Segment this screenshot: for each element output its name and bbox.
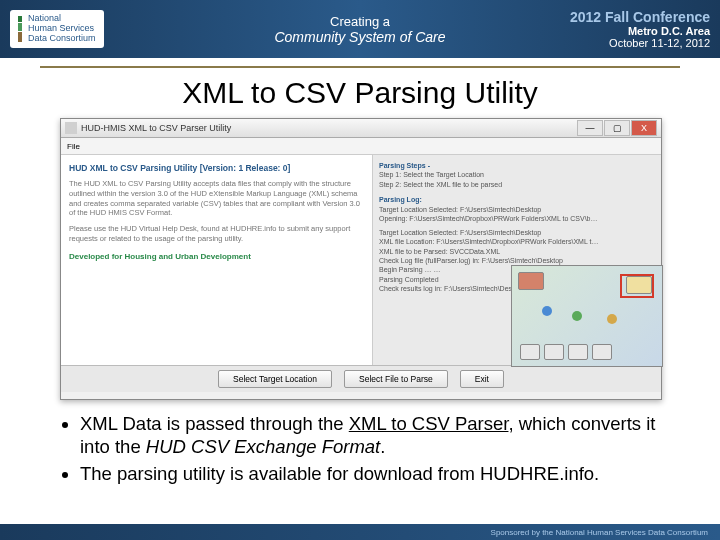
app-icon bbox=[65, 122, 77, 134]
diagram-box-icon bbox=[592, 344, 612, 360]
menu-file[interactable]: File bbox=[67, 142, 80, 151]
select-file-button[interactable]: Select File to Parse bbox=[344, 370, 448, 388]
steps-heading: Parsing Steps - bbox=[379, 161, 655, 170]
divider bbox=[40, 66, 680, 68]
bullet-1: XML Data is passed through the XML to CS… bbox=[80, 412, 680, 458]
minimize-button[interactable]: — bbox=[577, 120, 603, 136]
slide-title: XML to CSV Parsing Utility bbox=[0, 76, 720, 110]
log-line: Opening: F:\Users\Simtech\Dropbox\PRWork… bbox=[379, 214, 655, 223]
diagram-box-icon bbox=[520, 344, 540, 360]
desc-para-2: Please use the HUD Virtual Help Desk, fo… bbox=[69, 224, 364, 244]
log-line: Target Location Selected: F:\Users\Simte… bbox=[379, 205, 655, 214]
close-button[interactable]: X bbox=[631, 120, 657, 136]
diagram-box-icon bbox=[626, 276, 652, 294]
log-line: XML file Location: F:\Users\Simtech\Drop… bbox=[379, 237, 655, 246]
exit-button[interactable]: Exit bbox=[460, 370, 504, 388]
header-conference: 2012 Fall Conference Metro D.C. Area Oct… bbox=[570, 9, 710, 49]
info-pane: HUD XML to CSV Parsing Utility [Version:… bbox=[61, 155, 373, 365]
diagram-box-icon bbox=[544, 344, 564, 360]
log-pane: Parsing Steps - Step 1: Select the Targe… bbox=[373, 155, 661, 365]
diagram-node-icon bbox=[572, 311, 582, 321]
maximize-button[interactable]: ▢ bbox=[604, 120, 630, 136]
util-heading: HUD XML to CSV Parsing Utility [Version:… bbox=[69, 163, 364, 173]
window-title: HUD-HMIS XML to CSV Parser Utility bbox=[81, 123, 231, 133]
bullet-2: The parsing utility is available for dow… bbox=[80, 462, 680, 485]
desc-para-1: The HUD XML to CSV Parsing Utility accep… bbox=[69, 179, 364, 218]
diagram-node-icon bbox=[542, 306, 552, 316]
log-line: Target Location Selected: F:\Users\Simte… bbox=[379, 228, 655, 237]
step-1: Step 1: Select the Target Location bbox=[379, 170, 655, 179]
logo-bars-icon bbox=[18, 16, 22, 42]
bullet-list: XML Data is passed through the XML to CS… bbox=[40, 412, 680, 485]
step-2: Step 2: Select the XML file to be parsed bbox=[379, 180, 655, 189]
diagram-node-icon bbox=[607, 314, 617, 324]
developed-by: Developed for Housing and Urban Developm… bbox=[69, 252, 364, 261]
diagram-box-icon bbox=[568, 344, 588, 360]
button-row: Select Target Location Select File to Pa… bbox=[61, 365, 661, 392]
header-banner: National Human Services Data Consortium … bbox=[0, 0, 720, 58]
footer-bar: Sponsored by the National Human Services… bbox=[0, 524, 720, 540]
diagram-box-icon bbox=[518, 272, 544, 290]
window-titlebar: HUD-HMIS XML to CSV Parser Utility — ▢ X bbox=[61, 119, 661, 138]
flow-diagram bbox=[511, 265, 663, 367]
nhsdc-logo: National Human Services Data Consortium bbox=[10, 10, 104, 48]
log-line: Check Log file (fullParser.log) in: F:\U… bbox=[379, 256, 655, 265]
select-target-button[interactable]: Select Target Location bbox=[218, 370, 332, 388]
menu-bar: File bbox=[61, 138, 661, 155]
logo-text: National Human Services Data Consortium bbox=[28, 14, 96, 44]
log-heading: Parsing Log: bbox=[379, 195, 655, 204]
app-window: HUD-HMIS XML to CSV Parser Utility — ▢ X… bbox=[60, 118, 662, 400]
log-line: XML file to be Parsed: SVCCData.XML bbox=[379, 247, 655, 256]
header-tagline: Creating a Community System of Care bbox=[274, 14, 445, 45]
